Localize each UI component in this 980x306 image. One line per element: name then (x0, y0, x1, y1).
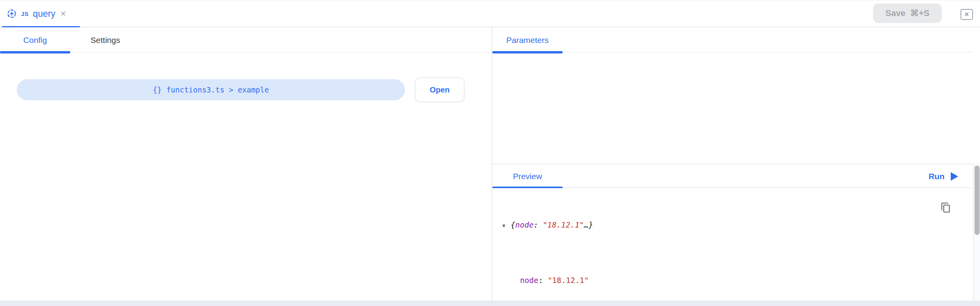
query-editor-window: JS query × Save ⌘+S ✕ Config Settings {}… (0, 0, 980, 306)
copy-icon[interactable] (939, 201, 952, 215)
top-bar: JS query × Save ⌘+S ✕ (0, 0, 980, 27)
braces-icon: {} (153, 85, 162, 94)
query-tab-title: query (33, 9, 55, 19)
js-badge: JS (21, 11, 28, 17)
function-reference-pill[interactable]: {} functions3.ts > example (17, 79, 405, 100)
console-object-summary[interactable]: ▼{node: "18.12.1"…} (501, 220, 635, 231)
play-icon (951, 172, 958, 181)
save-shortcut-hint: ⌘+S (910, 8, 930, 18)
run-label: Run (929, 172, 944, 181)
run-button[interactable]: Run (929, 164, 958, 188)
tab-query[interactable]: JS query × (2, 0, 80, 28)
save-button-label: Save (886, 8, 905, 18)
console-entries: node: "18.12.1" v8: "10.2.154.15-node.12… (501, 253, 635, 301)
preview-console-output: ▼{node: "18.12.1"…} node: "18.12.1" v8: … (492, 188, 972, 301)
tab-config[interactable]: Config (0, 27, 70, 53)
panel-close-icon[interactable]: ✕ (960, 9, 973, 20)
js-sync-icon (7, 9, 17, 19)
left-panel-tabs: Config Settings (0, 27, 492, 53)
preview-header: Preview Run (492, 164, 973, 188)
tab-settings[interactable]: Settings (70, 27, 140, 53)
right-panel-tabs: Parameters (492, 27, 973, 53)
tab-parameters[interactable]: Parameters (492, 27, 563, 53)
save-button[interactable]: Save ⌘+S (873, 4, 942, 23)
tab-preview[interactable]: Preview (492, 164, 563, 188)
bottom-edge-bar (0, 301, 980, 306)
function-reference-label: functions3.ts > example (166, 85, 269, 94)
scrollbar-thumb[interactable] (975, 165, 980, 235)
open-button[interactable]: Open (415, 77, 465, 102)
expander-icon[interactable]: ▼ (501, 221, 511, 231)
console-entry: node: "18.12.1" (501, 275, 635, 286)
tab-close-icon[interactable]: × (60, 9, 67, 18)
